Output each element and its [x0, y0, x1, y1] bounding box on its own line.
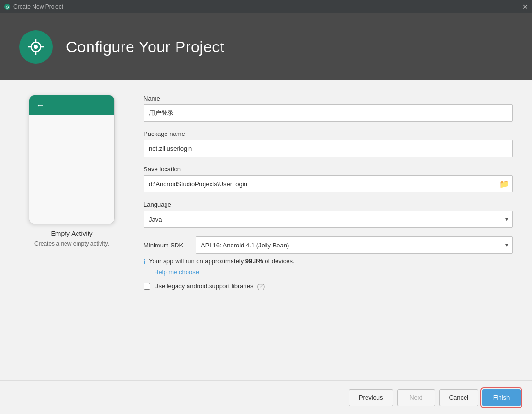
- package-name-form-group: Package name: [144, 130, 513, 157]
- save-location-label: Save location: [144, 166, 513, 173]
- sdk-select-wrapper: API 16: Android 4.1 (Jelly Bean) API 21:…: [196, 236, 513, 254]
- left-panel: ← Empty Activity Creates a new empty act…: [19, 95, 124, 366]
- sdk-row: Minimum SDK API 16: Android 4.1 (Jelly B…: [144, 236, 513, 254]
- activity-label: Empty Activity: [51, 230, 92, 237]
- package-name-input[interactable]: [144, 140, 513, 157]
- language-label: Language: [144, 201, 513, 208]
- info-icon: ℹ: [144, 258, 146, 266]
- name-input[interactable]: [144, 104, 513, 122]
- title-bar-title: Create New Project: [13, 3, 63, 10]
- next-button[interactable]: Next: [397, 389, 435, 406]
- previous-button[interactable]: Previous: [349, 389, 393, 406]
- save-location-form-group: Save location 📁: [144, 166, 513, 192]
- finish-button[interactable]: Finish: [482, 389, 521, 406]
- language-form-group: Language Java Kotlin ▾: [144, 201, 513, 228]
- phone-back-arrow: ←: [36, 101, 44, 111]
- sdk-info-text: Your app will run on approximately 99.8%…: [149, 257, 295, 265]
- sdk-info-row: ℹ Your app will run on approximately 99.…: [144, 257, 513, 266]
- language-select-wrapper: Java Kotlin ▾: [144, 211, 513, 228]
- sdk-select[interactable]: API 16: Android 4.1 (Jelly Bean) API 21:…: [196, 236, 513, 254]
- save-location-input[interactable]: [144, 175, 513, 192]
- sdk-label: Minimum SDK: [144, 242, 189, 249]
- language-select[interactable]: Java Kotlin: [144, 211, 513, 228]
- content-area: ← Empty Activity Creates a new empty act…: [0, 80, 532, 380]
- legacy-checkbox[interactable]: [144, 283, 150, 290]
- folder-icon[interactable]: 📁: [499, 179, 509, 189]
- name-form-group: Name: [144, 95, 513, 122]
- phone-mockup: ←: [29, 95, 115, 224]
- app-icon: ⚙: [4, 3, 11, 10]
- legacy-checkbox-label[interactable]: Use legacy android.support libraries: [154, 282, 253, 290]
- save-location-input-wrapper: 📁: [144, 175, 513, 192]
- cancel-button[interactable]: Cancel: [439, 389, 478, 406]
- title-bar: ⚙ Create New Project ✕: [0, 0, 532, 13]
- android-icon: [26, 37, 46, 57]
- right-panel: Name Package name Save location 📁 Langua…: [144, 95, 513, 366]
- name-label: Name: [144, 95, 513, 102]
- header: Configure Your Project: [0, 13, 532, 80]
- activity-desc: Creates a new empty activity.: [34, 240, 109, 247]
- checkbox-help-icon[interactable]: (?): [257, 282, 265, 290]
- legacy-checkbox-row: Use legacy android.support libraries (?): [144, 282, 513, 290]
- bottom-bar: Previous Next Cancel Finish: [0, 380, 532, 414]
- close-button[interactable]: ✕: [522, 3, 528, 10]
- help-me-choose-link[interactable]: Help me choose: [154, 269, 513, 276]
- package-name-label: Package name: [144, 130, 513, 137]
- svg-text:⚙: ⚙: [5, 5, 9, 10]
- page-title: Configure Your Project: [66, 38, 224, 56]
- phone-top-bar: ←: [29, 95, 114, 115]
- header-logo: [19, 30, 53, 64]
- title-bar-left: ⚙ Create New Project: [4, 3, 63, 10]
- phone-body: [29, 115, 114, 224]
- svg-point-4: [34, 45, 38, 49]
